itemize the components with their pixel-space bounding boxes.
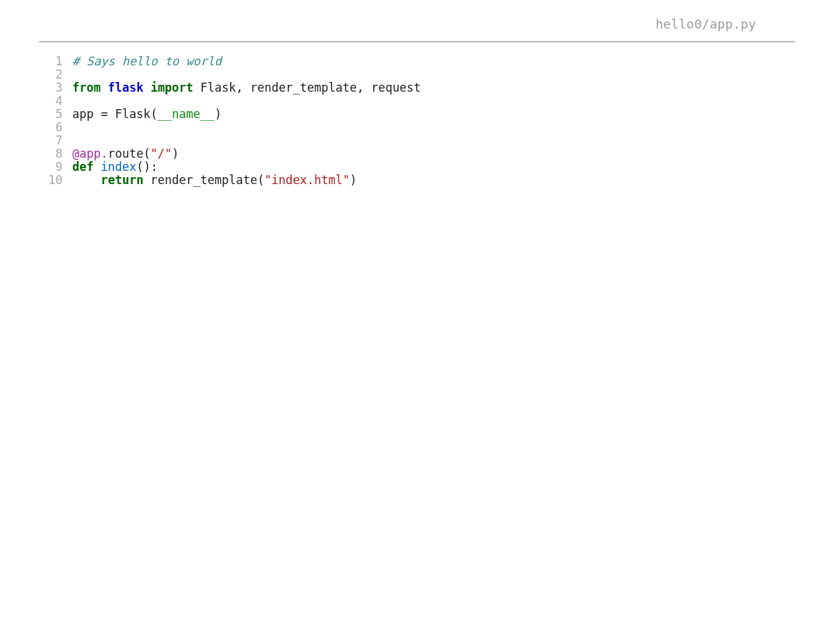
code-content [63,121,72,134]
code-line: 7 [39,134,795,147]
line-number: 9 [39,160,63,174]
code-line: 2 [39,68,795,81]
code-token: flask [108,81,143,94]
code-line: 1# Says hello to world [39,55,795,68]
code-token: Flask, render_template, request [193,81,421,94]
code-content: return render_template("index.html") [63,174,357,187]
code-content: @app.route("/") [63,147,179,160]
code-content [63,94,72,108]
code-token: def [72,160,94,174]
code-line: 6 [39,121,795,134]
code-token: return [101,173,143,187]
line-number: 5 [39,108,63,121]
code-token: import [151,81,193,94]
code-content: from flask import Flask, render_template… [63,81,421,94]
code-line: 4 [39,94,795,108]
line-number: 1 [39,55,63,68]
code-token: index [101,160,136,174]
code-line: 5app = Flask(__name__) [39,108,795,121]
code-token: app = Flask( [72,107,158,121]
code-content [63,134,72,147]
code-token: render_template( [143,173,264,187]
code-content: def index(): [63,160,158,174]
line-number: 8 [39,147,63,160]
code-line: 3from flask import Flask, render_templat… [39,81,795,94]
code-content: app = Flask(__name__) [63,108,222,121]
code-token: route( [108,147,150,160]
code-area: 1# Says hello to world23from flask impor… [0,42,834,187]
file-header: hello0/app.py [39,0,795,42]
line-number: 6 [39,121,63,134]
code-content [63,68,72,81]
line-number: 7 [39,134,63,147]
code-token: ) [215,107,222,121]
code-token: @app. [72,147,108,160]
code-content: # Says hello to world [63,55,222,68]
code-token [94,160,101,174]
code-token: ) [172,147,179,160]
code-token [143,81,150,94]
line-number: 3 [39,81,63,94]
code-token: ) [350,173,357,187]
code-token: (): [136,160,158,174]
code-line: 9def index(): [39,160,795,174]
code-token: "index.html" [264,173,350,187]
code-line: 10 return render_template("index.html") [39,174,795,187]
code-token [101,81,108,94]
line-number: 10 [39,174,63,187]
code-token: from [72,81,101,94]
code-token: __name__ [158,107,215,121]
code-token: "/" [151,147,172,160]
line-number: 2 [39,68,63,81]
code-token [72,173,101,187]
code-token: # Says hello to world [72,54,222,68]
file-path: hello0/app.py [655,17,756,31]
line-number: 4 [39,94,63,108]
code-line: 8@app.route("/") [39,147,795,160]
